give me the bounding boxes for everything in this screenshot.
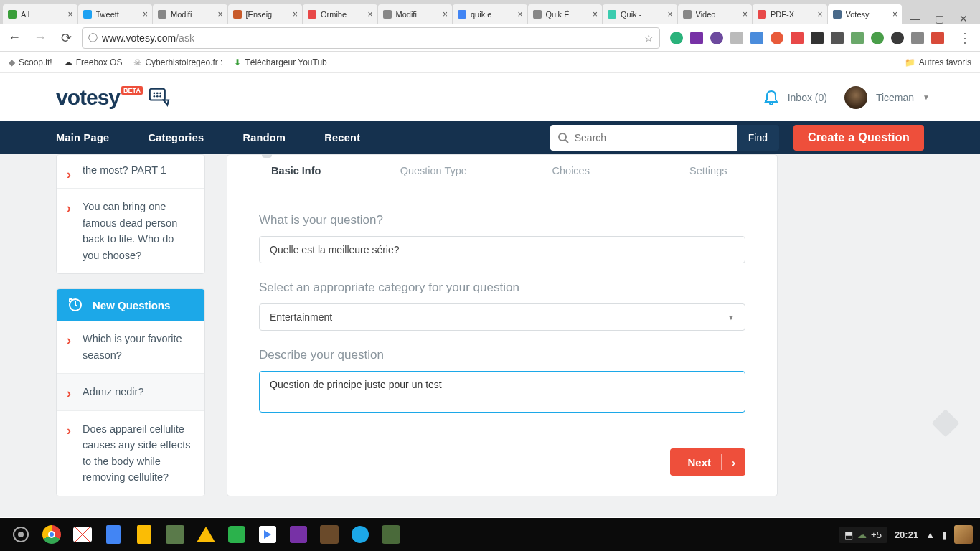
close-tab-icon[interactable]: ×: [67, 9, 72, 19]
browser-tab[interactable]: PDF-X×: [753, 4, 827, 24]
browser-tab[interactable]: Tweett×: [78, 4, 153, 24]
category-select[interactable]: Entertainment ▼: [259, 303, 745, 331]
ext-icon[interactable]: [670, 32, 683, 44]
nav-main-page[interactable]: Main Page: [56, 132, 109, 143]
taskbar-drive-icon[interactable]: [192, 521, 220, 548]
close-tab-icon[interactable]: ×: [892, 9, 897, 19]
describe-textarea[interactable]: [259, 371, 745, 413]
ext-icon[interactable]: [851, 32, 864, 44]
ext-icon[interactable]: [911, 32, 924, 44]
user-menu[interactable]: Ticeman ▼: [844, 86, 930, 109]
browser-tab[interactable]: quik e×: [453, 4, 527, 24]
find-button[interactable]: Find: [737, 125, 779, 151]
list-item[interactable]: You can bring one famous dead person bac…: [57, 189, 204, 273]
close-tab-icon[interactable]: ×: [293, 9, 298, 19]
tray-icon: ☁: [857, 529, 867, 540]
taskbar-docs-icon[interactable]: [100, 521, 127, 548]
taskbar-app-icon[interactable]: [347, 521, 374, 548]
maximize-icon[interactable]: ▢: [927, 13, 951, 24]
close-tab-icon[interactable]: ×: [743, 9, 748, 19]
close-tab-icon[interactable]: ×: [817, 9, 822, 19]
other-bookmarks[interactable]: 📁Autres favoris: [905, 57, 971, 67]
tab-question-type[interactable]: Question Type: [365, 155, 503, 187]
next-button[interactable]: Next ›: [670, 448, 745, 476]
taskbar: ⬒ ☁ +5 20:21 ▲ ▮: [0, 518, 980, 551]
bookmark-item[interactable]: ☁Freebox OS: [64, 57, 123, 67]
browser-tab[interactable]: Votesy×: [828, 4, 903, 24]
nav-recent[interactable]: Recent: [324, 132, 360, 143]
taskbar-slides-icon[interactable]: [131, 521, 158, 548]
browser-tab[interactable]: Modifi×: [378, 4, 453, 24]
ext-icon[interactable]: [871, 32, 884, 44]
minimize-icon[interactable]: —: [903, 13, 927, 24]
favicon: [682, 9, 692, 19]
ext-icon[interactable]: [730, 32, 743, 44]
taskbar-onenote-icon[interactable]: [285, 521, 312, 548]
reload-button[interactable]: ⟳: [56, 28, 76, 48]
close-tab-icon[interactable]: ×: [143, 9, 148, 19]
site-info-icon[interactable]: ⓘ: [88, 32, 98, 44]
bookmark-item[interactable]: ☠Cyberhistoiregeo.fr :: [133, 57, 222, 67]
taskbar-play-icon[interactable]: [254, 521, 281, 548]
wizard: Basic Info Question Type Choices Setting…: [227, 154, 778, 496]
search-input[interactable]: [550, 125, 737, 151]
ext-icon[interactable]: [931, 32, 944, 44]
browser-tab[interactable]: All×: [3, 4, 77, 24]
ext-icon[interactable]: [831, 32, 844, 44]
site-logo[interactable]: votesyBETA: [56, 85, 171, 110]
taskbar-chrome-icon[interactable]: [38, 521, 65, 548]
ext-icon[interactable]: [710, 32, 723, 44]
browser-tab[interactable]: Quik É×: [528, 4, 603, 24]
question-input[interactable]: [259, 236, 745, 263]
bookmark-item[interactable]: ⬇Téléchargeur YouTub: [234, 57, 326, 67]
tray-app-icon[interactable]: [954, 525, 973, 544]
wifi-icon[interactable]: ▲: [925, 529, 935, 540]
taskbar-app-icon[interactable]: [377, 521, 405, 548]
bookmark-item[interactable]: ◆Scoop.it!: [9, 57, 52, 67]
ext-icon[interactable]: [791, 32, 804, 44]
list-item[interactable]: the most? PART 1: [57, 155, 204, 189]
list-item[interactable]: Which is your favorite season?: [57, 321, 204, 374]
tab-settings[interactable]: Settings: [640, 155, 778, 187]
bookmark-star-icon[interactable]: ☆: [644, 32, 654, 44]
close-tab-icon[interactable]: ×: [367, 9, 372, 19]
tray-icon: ⬒: [844, 529, 853, 540]
browser-tab[interactable]: Ormibe×: [303, 4, 377, 24]
close-tab-icon[interactable]: ×: [593, 9, 598, 19]
list-item[interactable]: Does appareil cellulite causes any side …: [57, 411, 204, 496]
ext-icon[interactable]: [891, 32, 904, 44]
close-tab-icon[interactable]: ×: [667, 9, 672, 19]
start-button[interactable]: [7, 521, 34, 548]
main-column: Basic Info Question Type Choices Setting…: [215, 154, 788, 517]
taskbar-feedly-icon[interactable]: [223, 521, 250, 548]
browser-tab[interactable]: [Enseig×: [228, 4, 303, 24]
close-tab-icon[interactable]: ×: [517, 9, 522, 19]
list-item[interactable]: Adınız nedir?: [57, 374, 204, 410]
content-area: the most? PART 1 You can bring one famou…: [0, 154, 980, 517]
back-button[interactable]: ←: [4, 28, 24, 48]
nav-random[interactable]: Random: [242, 132, 286, 143]
nav-categories[interactable]: Categories: [148, 132, 204, 143]
taskbar-gmail-icon[interactable]: [69, 521, 96, 548]
close-tab-icon[interactable]: ×: [217, 9, 222, 19]
tray-group[interactable]: ⬒ ☁ +5: [839, 527, 887, 543]
taskbar-app-icon[interactable]: [316, 521, 343, 548]
ext-icon[interactable]: [750, 32, 763, 44]
address-bar[interactable]: ⓘ www.votesy.com/ask ☆: [82, 27, 660, 49]
tab-basic-info[interactable]: Basic Info: [227, 155, 365, 187]
ext-icon[interactable]: [690, 32, 703, 44]
browser-tab[interactable]: Video×: [678, 4, 753, 24]
taskbar-app-icon[interactable]: [161, 521, 189, 548]
tab-choices[interactable]: Choices: [502, 155, 640, 187]
browser-tab[interactable]: Modifi×: [153, 4, 227, 24]
forward-button[interactable]: →: [30, 28, 50, 48]
browser-menu-icon[interactable]: ⋮: [954, 30, 976, 46]
browser-tab[interactable]: Quik -×: [603, 4, 677, 24]
inbox-link[interactable]: Inbox (0): [763, 89, 827, 106]
close-window-icon[interactable]: ✕: [951, 13, 976, 24]
ext-icon[interactable]: [771, 32, 783, 44]
ext-icon[interactable]: [811, 32, 824, 44]
battery-icon[interactable]: ▮: [942, 529, 947, 540]
create-question-button[interactable]: Create a Question: [793, 125, 924, 151]
close-tab-icon[interactable]: ×: [443, 9, 448, 19]
